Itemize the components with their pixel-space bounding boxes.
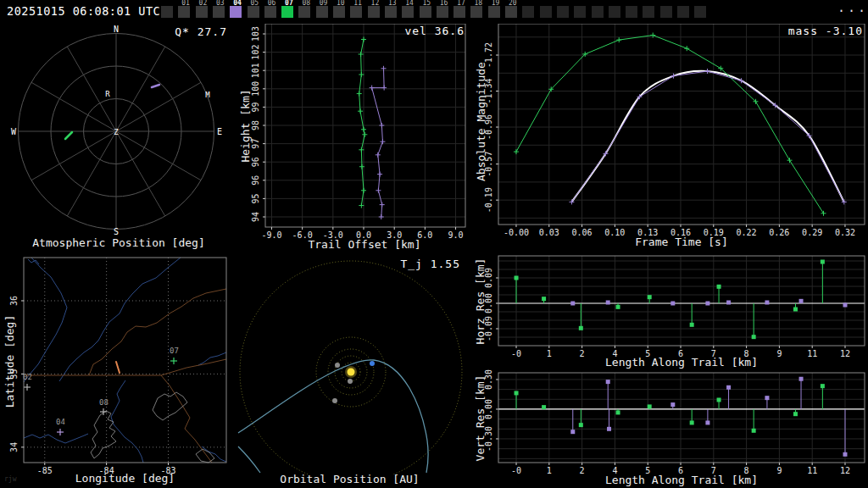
data-point — [648, 295, 652, 299]
data-point — [793, 308, 798, 312]
data-point — [752, 429, 756, 433]
marker-label-Z: Z — [114, 128, 119, 136]
compass-E: E — [217, 127, 222, 136]
station-square-slot-31[interactable] — [694, 6, 706, 18]
data-point — [542, 405, 546, 409]
data-point — [752, 335, 756, 339]
station-square-19[interactable] — [488, 6, 500, 18]
data-point — [726, 301, 731, 305]
station-square-18[interactable] — [470, 6, 482, 18]
data-point — [670, 402, 675, 407]
map-canvas: 02040708-85-84-83363534 — [0, 252, 237, 488]
data-point — [606, 301, 610, 305]
station-square-10[interactable] — [333, 6, 345, 18]
station-label-09: 09 — [320, 0, 328, 7]
data-point — [793, 412, 798, 416]
station-square-slot-27[interactable] — [626, 6, 637, 18]
data-point — [606, 380, 610, 384]
overflow-ellipsis[interactable]: ... — [837, 0, 868, 15]
sky-plot-canvas: NESWZRM — [0, 24, 237, 251]
station-square-12[interactable] — [368, 6, 380, 18]
station-square-slot-29[interactable] — [660, 6, 672, 18]
orbit-canvas — [237, 252, 470, 474]
data-point — [843, 452, 847, 457]
station-square-slot-23[interactable] — [557, 6, 569, 18]
station-square-slot-30[interactable] — [677, 6, 689, 18]
data-point — [821, 384, 825, 388]
marker-label-R: R — [105, 90, 110, 98]
station-square-14[interactable] — [402, 6, 414, 18]
data-point — [690, 323, 694, 327]
station-square-slot-22[interactable] — [540, 6, 552, 18]
station-square-slot-0[interactable] — [161, 6, 173, 18]
y-tick-label: 36 — [9, 296, 19, 306]
y-tick-label: 34 — [9, 442, 19, 452]
trail-plot-canvas: -9.0-6.0-3.00.03.06.09.01031021011009998… — [237, 24, 470, 251]
data-point — [648, 404, 652, 408]
map-river — [111, 380, 143, 463]
station-marker-label-04: 04 — [56, 418, 65, 426]
station-square-17[interactable] — [453, 6, 465, 18]
station-square-slot-25[interactable] — [592, 6, 604, 18]
y-tick-label: 98 — [251, 120, 260, 130]
station-square-11[interactable] — [350, 6, 362, 18]
meteor-ground-track — [116, 362, 120, 373]
station-square-02[interactable] — [196, 6, 208, 18]
station-square-13[interactable] — [385, 6, 397, 18]
lightcurve-xlabel: Frame Time [s] — [499, 236, 864, 248]
station-label-19: 19 — [492, 0, 500, 7]
data-point — [542, 297, 546, 301]
map-river — [24, 258, 67, 382]
compass-W: W — [11, 127, 17, 136]
data-point — [799, 299, 804, 303]
horz-res-xlabel: Length Along Trail [km] — [499, 356, 864, 369]
data-point — [690, 420, 694, 424]
station-square-03[interactable] — [213, 6, 225, 18]
station-label-08: 08 — [302, 0, 310, 7]
station-square-16[interactable] — [437, 6, 448, 18]
station-square-08[interactable] — [298, 6, 310, 18]
station-label-18: 18 — [474, 0, 482, 7]
series-line-station-07 — [516, 36, 824, 214]
station-square-04[interactable] — [230, 6, 242, 18]
horz-res-ylabel: Horz Res [km] — [474, 251, 487, 352]
y-tick-label: 103 — [251, 26, 260, 42]
station-label-07: 07 — [285, 0, 293, 7]
station-04-track — [152, 85, 159, 87]
station-square-01[interactable] — [178, 6, 190, 18]
sun — [348, 369, 355, 376]
map-urban-area — [153, 392, 187, 420]
station-square-05[interactable] — [248, 6, 259, 18]
station-square-slot-28[interactable] — [643, 6, 654, 18]
station-label-20: 20 — [509, 0, 517, 7]
lightcurve-canvas: -0.000.030.060.100.130.160.190.220.260.2… — [470, 24, 868, 251]
y-tick-label: 97 — [251, 139, 260, 149]
polar-spoke — [116, 131, 165, 216]
station-square-slot-26[interactable] — [609, 6, 620, 18]
station-square-15[interactable] — [420, 6, 431, 18]
data-point — [570, 302, 575, 306]
sky-title: Atmospheric Position [deg] — [0, 236, 237, 249]
earth-dot — [370, 361, 375, 366]
station-marker-label-07: 07 — [170, 347, 179, 355]
station-label-13: 13 — [388, 0, 397, 7]
station-label-11: 11 — [353, 0, 362, 7]
station-label-04: 04 — [233, 0, 242, 7]
data-point — [515, 276, 519, 280]
mercury-dot — [348, 379, 353, 384]
station-square-07[interactable] — [281, 6, 293, 18]
map-border — [161, 359, 226, 375]
station-square-20[interactable] — [505, 6, 517, 18]
polar-spoke — [31, 131, 116, 180]
station-square-slot-21[interactable] — [522, 6, 534, 18]
y-tick-label: 96 — [251, 175, 260, 186]
station-07-track — [65, 132, 72, 139]
map-ylabel: Latitude [deg] — [3, 307, 16, 417]
station-square-09[interactable] — [316, 6, 328, 18]
trail-ylabel: Height [km] — [239, 67, 252, 186]
map-urban-area — [91, 411, 116, 458]
trail-xlabel: Trail Offset [km] — [254, 238, 475, 251]
station-label-05: 05 — [251, 0, 259, 7]
station-square-06[interactable] — [264, 6, 276, 18]
station-square-slot-24[interactable] — [574, 6, 586, 18]
